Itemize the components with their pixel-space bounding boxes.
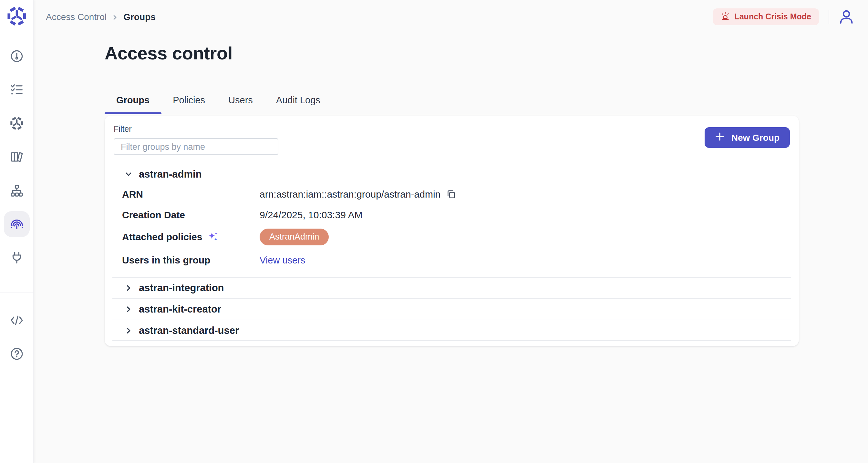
group-name: astran-standard-user: [139, 325, 239, 336]
chevron-right-icon: [125, 327, 132, 334]
user-avatar-icon: [838, 8, 855, 26]
main-area: Access Control Groups: [34, 0, 868, 463]
launch-crisis-mode-button[interactable]: Launch Crisis Mode: [713, 8, 819, 25]
user-menu-button[interactable]: [838, 8, 855, 26]
page-content: Access control Groups Policies Users Aud…: [104, 34, 799, 346]
chevron-down-icon: [125, 171, 132, 178]
policy-badge-astranadmin: AstranAdmin: [259, 228, 329, 245]
tab-users[interactable]: Users: [217, 88, 265, 114]
attached-policies-label: Attached policies: [122, 231, 202, 242]
ai-sparkles-icon[interactable]: [208, 232, 218, 242]
creation-date-label: Creation Date: [122, 209, 259, 220]
attached-policies-label-wrap: Attached policies: [122, 231, 259, 242]
chevron-right-icon: [112, 14, 118, 20]
topbar-divider: [829, 10, 829, 24]
siren-icon: [721, 11, 730, 22]
filter-area: Filter: [104, 125, 799, 155]
sidebar-item-dashboard[interactable]: [4, 43, 29, 69]
checklist-icon: [9, 83, 24, 97]
sidebar-item-access-control[interactable]: [4, 211, 29, 237]
chevron-right-icon: [125, 305, 132, 313]
groups-panel: Filter New Group astran-: [104, 116, 799, 346]
breadcrumb-groups: Groups: [123, 11, 156, 22]
group-row-astran-integration[interactable]: astran-integration: [113, 277, 791, 298]
view-users-link[interactable]: View users: [259, 255, 305, 265]
tab-policies[interactable]: Policies: [161, 88, 217, 114]
creation-date-row: Creation Date 9/24/2025, 10:03:39 AM: [104, 204, 799, 225]
attached-policies-row: Attached policies AstranAdmin: [104, 225, 799, 249]
sidebar-item-integrations[interactable]: [4, 245, 29, 271]
chevron-right-icon: [125, 284, 132, 292]
sidebar-footer: [4, 307, 29, 367]
sidebar-item-developer[interactable]: [4, 307, 29, 333]
users-in-group-label: Users in this group: [122, 254, 259, 266]
sidebar-item-kits[interactable]: [4, 111, 29, 136]
sidebar-divider: [0, 292, 33, 293]
sidebar-item-tasks[interactable]: [4, 77, 29, 103]
new-group-button[interactable]: New Group: [705, 127, 790, 148]
group-row-astran-admin[interactable]: astran-admin: [104, 165, 799, 184]
filter-label: Filter: [114, 125, 790, 134]
group-name: astran-integration: [139, 282, 224, 294]
app-logo[interactable]: [6, 6, 27, 27]
new-group-label: New Group: [732, 132, 779, 143]
launch-crisis-mode-label: Launch Crisis Mode: [734, 12, 811, 21]
arn-row: ARN arn:astran:iam::astran:group/astran-…: [104, 184, 799, 204]
sidebar-item-library[interactable]: [4, 144, 29, 170]
breadcrumb: Access Control Groups: [46, 11, 156, 22]
group-name: astran-admin: [139, 168, 202, 180]
tab-groups[interactable]: Groups: [104, 88, 161, 114]
plug-icon: [9, 251, 24, 265]
breadcrumb-access-control[interactable]: Access Control: [46, 11, 106, 22]
sidebar-nav: [4, 43, 29, 271]
sidebar: [0, 0, 34, 463]
app-root: Access Control Groups: [0, 0, 868, 463]
cube-icon: [9, 116, 24, 130]
attached-policies-value: AstranAdmin: [259, 228, 329, 245]
fingerprint-icon: [9, 217, 24, 231]
hexagon-logo-icon: [6, 6, 27, 27]
sidebar-item-organization[interactable]: [4, 178, 29, 204]
plus-icon: [715, 132, 725, 143]
help-icon: [9, 347, 24, 361]
arn-label: ARN: [122, 189, 259, 199]
users-in-group-row: Users in this group View users: [104, 249, 799, 271]
group-row-astran-kit-creator[interactable]: astran-kit-creator: [113, 298, 791, 320]
library-icon: [9, 150, 24, 164]
copy-icon[interactable]: [446, 189, 456, 199]
creation-date-value: 9/24/2025, 10:03:39 AM: [259, 209, 363, 220]
arn-value: arn:astran:iam::astran:group/astran-admi…: [259, 189, 440, 199]
group-name: astran-kit-creator: [139, 304, 221, 315]
tab-bar: Groups Policies Users Audit Logs: [104, 88, 799, 114]
sidebar-item-help[interactable]: [4, 341, 29, 367]
topbar-right: Launch Crisis Mode: [713, 8, 855, 26]
filter-groups-input[interactable]: [114, 138, 278, 155]
org-chart-icon: [9, 183, 24, 197]
group-list: astran-integration astran-kit-creator as…: [113, 277, 791, 341]
page-title: Access control: [104, 41, 799, 66]
tab-audit-logs[interactable]: Audit Logs: [265, 88, 332, 114]
group-row-astran-standard-user[interactable]: astran-standard-user: [113, 320, 791, 341]
gauge-icon: [9, 49, 24, 63]
topbar: Access Control Groups: [34, 0, 868, 34]
arn-value-wrap: arn:astran:iam::astran:group/astran-admi…: [259, 189, 456, 199]
code-icon: [9, 313, 24, 328]
